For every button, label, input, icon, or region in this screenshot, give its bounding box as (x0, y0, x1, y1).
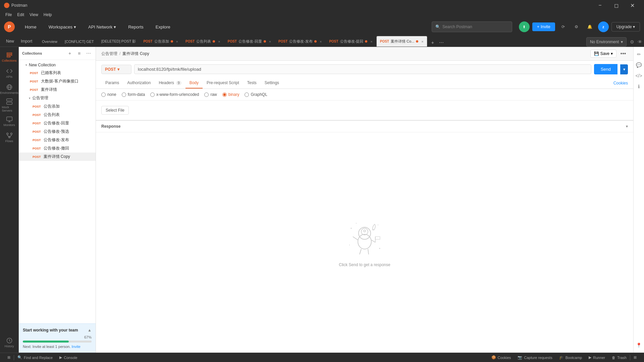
new-tab-button[interactable]: New (3, 36, 17, 47)
tab-conflict-get[interactable]: [CONFLICT] GET (61, 36, 98, 47)
sidebar-item-collections[interactable]: Collections (2, 50, 17, 64)
tab-post-list[interactable]: POST 公告列表 × (182, 36, 224, 47)
list-item-notice-modify2[interactable]: POST 公告修改-预选 (19, 127, 96, 136)
code-icon[interactable]: </> (634, 71, 644, 80)
tab-close-icon[interactable]: × (421, 40, 423, 44)
tab-post-add[interactable]: POST 公告添加 × (140, 36, 182, 47)
breadcrumb-parent[interactable]: 公告管理 (101, 51, 117, 57)
api-network-button[interactable]: API Network ▾ (84, 22, 121, 32)
cookies-status-button[interactable]: 🍪 Cookies (488, 355, 515, 360)
tab-post-modify2[interactable]: POST 公告修改-发布 × (275, 36, 325, 47)
bell-icon[interactable]: 🔔 (585, 21, 595, 32)
tab-close-icon[interactable]: × (218, 40, 220, 44)
cookies-link[interactable]: Cookies (613, 78, 628, 88)
more-tabs-button[interactable]: ⋯ (437, 39, 445, 47)
list-item-notice-add[interactable]: POST 公告添加 (19, 102, 96, 111)
body-type-graphql[interactable]: GraphQL (245, 92, 267, 97)
body-type-form-data[interactable]: form-data (122, 92, 145, 97)
body-type-binary[interactable]: binary (222, 92, 239, 97)
trash-button[interactable]: 🗑 Trash (608, 356, 630, 360)
body-type-none[interactable]: none (101, 92, 116, 97)
comment-icon[interactable]: 💬 (634, 60, 644, 70)
reports-button[interactable]: Reports (123, 22, 148, 32)
sync-icon[interactable]: ⟳ (558, 21, 569, 32)
body-type-urlencoded[interactable]: x-www-form-urlencoded (150, 92, 199, 97)
menu-file[interactable]: File (3, 12, 14, 18)
more-button[interactable]: ••• (619, 49, 628, 58)
tab-body[interactable]: Body (185, 78, 203, 88)
list-item-notice-modify1[interactable]: POST 公告修改-回显 (19, 119, 96, 127)
tab-authorization[interactable]: Authorization (123, 78, 155, 88)
tab-params[interactable]: Params (101, 78, 123, 88)
sidebar-item-environments[interactable]: Environments (2, 82, 17, 97)
add-tab-button[interactable]: + (429, 39, 437, 47)
filter-collections-button[interactable]: ≡ (75, 50, 83, 57)
tab-settings[interactable]: Settings (261, 78, 283, 88)
list-item-notice-list[interactable]: POST 公告列表 (19, 111, 96, 119)
list-item-case[interactable]: POST 案件详情 (19, 85, 96, 94)
tab-pre-request-script[interactable]: Pre-request Script (203, 78, 243, 88)
search-bar[interactable]: 🔍 Search Postman (432, 21, 512, 32)
collapse-icon[interactable]: ▲ (88, 328, 92, 333)
method-selector[interactable]: POST ▾ (101, 65, 131, 74)
sidebar-item-history[interactable]: History (2, 335, 17, 350)
sidebar-item-flows[interactable]: Flows (2, 130, 17, 145)
save-button[interactable]: 💾 Send Save ▾ (590, 50, 616, 58)
sidebar-item-mock-servers[interactable]: Mock Servers (2, 98, 17, 113)
select-file-button[interactable]: Select File (101, 106, 129, 115)
list-item-bigdata[interactable]: POST 大数据-客户画像接口 (19, 77, 96, 85)
send-button[interactable]: Send (594, 64, 618, 74)
collection-new-collection[interactable]: ▾ New Collection (19, 61, 96, 69)
tab-close-icon[interactable]: × (176, 40, 178, 44)
tab-close-icon[interactable]: × (320, 40, 322, 44)
explore-button[interactable]: Explore (151, 22, 175, 32)
invite-link[interactable]: Invite (72, 345, 80, 349)
more-collections-button[interactable]: ⋯ (85, 50, 92, 57)
send-button-arrow[interactable]: ▾ (620, 64, 628, 74)
bootcamp-button[interactable]: 🎓 Bootcamp (556, 355, 586, 360)
upgrade-button[interactable]: Upgrade ▾ (611, 22, 640, 32)
sidebar-item-apis[interactable]: APIs (2, 66, 17, 80)
menu-view[interactable]: View (27, 12, 41, 18)
import-button[interactable]: Import (17, 36, 36, 47)
tab-headers[interactable]: Headers 9 (155, 78, 185, 88)
tab-overview[interactable]: Overview (38, 36, 61, 47)
runner-button[interactable]: ▶ Runner (585, 355, 608, 360)
tab-post-modify1[interactable]: POST 公告修改-回显 × (224, 36, 275, 47)
minimize-button[interactable]: − (592, 0, 608, 11)
grid-view-button[interactable]: ⊞ (630, 355, 640, 360)
list-item-case-copy[interactable]: POST 案件详情 Copy (19, 153, 96, 161)
menu-edit[interactable]: Edit (14, 12, 27, 18)
avatar[interactable]: z (598, 21, 609, 32)
workspaces-button[interactable]: Workspaces ▾ (44, 22, 81, 32)
tab-tests[interactable]: Tests (243, 78, 261, 88)
env-settings-icon[interactable]: ⚙ (628, 38, 636, 46)
edit-icon[interactable]: ✏ (634, 50, 644, 59)
close-button[interactable]: ✕ (625, 0, 640, 11)
location-icon[interactable]: 📍 (634, 341, 644, 350)
environment-dropdown[interactable]: No Environment ▾ (586, 37, 627, 47)
find-replace-button[interactable]: 🔍 Find and Replace (14, 353, 56, 362)
body-type-raw[interactable]: raw (204, 92, 217, 97)
env-refresh-icon[interactable]: 👁 (636, 38, 644, 46)
sidebar-item-monitors[interactable]: Monitors (2, 114, 17, 129)
tab-post-modify3[interactable]: POST 公告修改-提回 × (325, 36, 376, 47)
folder-announcement[interactable]: ▾ 公告管理 (19, 94, 96, 102)
invite-button[interactable]: + Invite (532, 22, 555, 31)
tab-deleted-post[interactable]: [DELETED] POST 影 (98, 36, 140, 47)
list-item-married[interactable]: POST 已婚客列表 (19, 69, 96, 77)
menu-help[interactable]: Help (41, 12, 55, 18)
list-item-notice-modify3[interactable]: POST 公告修改-发布 (19, 136, 96, 144)
statusbar-two-pane[interactable]: ⊞ (4, 353, 14, 362)
tab-post-case-copy[interactable]: POST 案件详情 Co... × (376, 36, 427, 47)
capture-requests-button[interactable]: 📷 Capture requests (514, 355, 555, 360)
console-button[interactable]: ▶ Console (56, 353, 80, 362)
url-input[interactable] (134, 64, 591, 74)
maximize-button[interactable]: ◻ (608, 0, 624, 11)
notification-icon[interactable]: ⬆ (519, 21, 530, 32)
list-item-notice-modify4[interactable]: POST 公告修改-撤回 (19, 144, 96, 153)
tab-close-icon[interactable]: × (269, 40, 271, 44)
add-collection-button[interactable]: + (66, 50, 73, 57)
expand-response-button[interactable]: ▾ (626, 124, 628, 129)
info-icon[interactable]: ℹ (634, 82, 644, 91)
